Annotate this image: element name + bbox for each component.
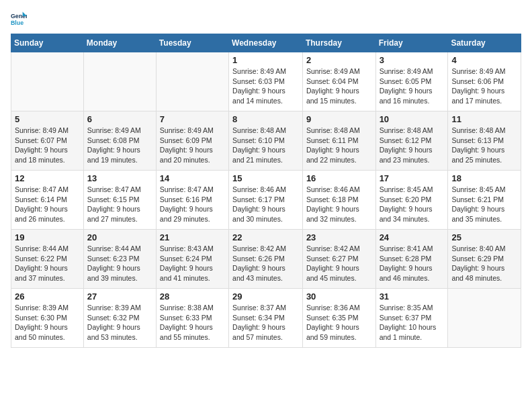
day-number: 17	[380, 173, 445, 183]
day-info: Sunrise: 8:47 AMSunset: 6:15 PMDaylight:…	[87, 185, 152, 224]
calendar-cell: 6Sunrise: 8:49 AMSunset: 6:08 PMDaylight…	[83, 111, 156, 171]
day-number: 27	[87, 291, 152, 302]
day-number: 6	[87, 114, 152, 124]
calendar-cell: 25Sunrise: 8:40 AMSunset: 6:29 PMDayligh…	[448, 230, 521, 289]
day-number: 7	[160, 114, 225, 124]
day-info: Sunrise: 8:38 AMSunset: 6:33 PMDaylight:…	[160, 303, 225, 342]
day-info: Sunrise: 8:37 AMSunset: 6:34 PMDaylight:…	[232, 303, 299, 342]
calendar-cell: 16Sunrise: 8:46 AMSunset: 6:18 PMDayligh…	[302, 171, 375, 230]
calendar-week-row: 12Sunrise: 8:47 AMSunset: 6:14 PMDayligh…	[11, 171, 521, 230]
calendar-cell: 27Sunrise: 8:39 AMSunset: 6:32 PMDayligh…	[83, 289, 156, 348]
calendar-cell: 15Sunrise: 8:46 AMSunset: 6:17 PMDayligh…	[229, 171, 303, 230]
calendar-week-row: 1Sunrise: 8:49 AMSunset: 6:03 PMDaylight…	[11, 52, 521, 111]
calendar-cell: 26Sunrise: 8:39 AMSunset: 6:30 PMDayligh…	[11, 289, 84, 348]
calendar-cell: 21Sunrise: 8:43 AMSunset: 6:24 PMDayligh…	[156, 230, 228, 289]
calendar-cell: 17Sunrise: 8:45 AMSunset: 6:20 PMDayligh…	[375, 171, 448, 230]
day-number: 18	[451, 173, 517, 183]
calendar-cell: 12Sunrise: 8:47 AMSunset: 6:14 PMDayligh…	[11, 171, 84, 230]
calendar-cell: 9Sunrise: 8:48 AMSunset: 6:11 PMDaylight…	[302, 111, 375, 171]
calendar-cell: 29Sunrise: 8:37 AMSunset: 6:34 PMDayligh…	[229, 289, 303, 348]
day-info: Sunrise: 8:49 AMSunset: 6:04 PMDaylight:…	[306, 66, 372, 106]
day-info: Sunrise: 8:47 AMSunset: 6:16 PMDaylight:…	[160, 185, 225, 224]
calendar-cell: 2Sunrise: 8:49 AMSunset: 6:04 PMDaylight…	[302, 52, 375, 111]
calendar-week-row: 19Sunrise: 8:44 AMSunset: 6:22 PMDayligh…	[11, 230, 521, 289]
calendar-cell	[83, 52, 156, 111]
calendar-cell: 23Sunrise: 8:42 AMSunset: 6:27 PMDayligh…	[302, 230, 375, 289]
weekday-header-monday: Monday	[83, 34, 156, 52]
calendar-cell: 19Sunrise: 8:44 AMSunset: 6:22 PMDayligh…	[11, 230, 84, 289]
day-number: 28	[160, 291, 225, 302]
day-info: Sunrise: 8:44 AMSunset: 6:23 PMDaylight:…	[87, 244, 152, 283]
calendar-cell: 14Sunrise: 8:47 AMSunset: 6:16 PMDayligh…	[156, 171, 228, 230]
day-info: Sunrise: 8:48 AMSunset: 6:13 PMDaylight:…	[451, 126, 517, 165]
calendar-cell: 24Sunrise: 8:41 AMSunset: 6:28 PMDayligh…	[375, 230, 448, 289]
day-info: Sunrise: 8:48 AMSunset: 6:11 PMDaylight:…	[306, 126, 372, 165]
day-info: Sunrise: 8:43 AMSunset: 6:24 PMDaylight:…	[160, 244, 225, 283]
day-number: 31	[380, 291, 445, 302]
day-number: 11	[451, 114, 517, 124]
day-info: Sunrise: 8:49 AMSunset: 6:07 PMDaylight:…	[15, 126, 80, 165]
day-info: Sunrise: 8:46 AMSunset: 6:18 PMDaylight:…	[306, 185, 372, 224]
day-info: Sunrise: 8:35 AMSunset: 6:37 PMDaylight:…	[380, 303, 445, 342]
day-info: Sunrise: 8:42 AMSunset: 6:26 PMDaylight:…	[232, 244, 299, 283]
calendar-table: SundayMondayTuesdayWednesdayThursdayFrid…	[11, 34, 521, 348]
calendar-week-row: 5Sunrise: 8:49 AMSunset: 6:07 PMDaylight…	[11, 111, 521, 171]
day-info: Sunrise: 8:41 AMSunset: 6:28 PMDaylight:…	[380, 244, 445, 283]
day-info: Sunrise: 8:39 AMSunset: 6:32 PMDaylight:…	[87, 303, 152, 342]
calendar-cell: 7Sunrise: 8:49 AMSunset: 6:09 PMDaylight…	[156, 111, 228, 171]
day-number: 9	[306, 114, 372, 124]
day-info: Sunrise: 8:36 AMSunset: 6:35 PMDaylight:…	[306, 303, 372, 342]
day-number: 14	[160, 173, 225, 183]
day-number: 5	[15, 114, 80, 124]
weekday-header-tuesday: Tuesday	[156, 34, 228, 52]
day-number: 24	[380, 232, 445, 242]
calendar-cell: 22Sunrise: 8:42 AMSunset: 6:26 PMDayligh…	[229, 230, 303, 289]
weekday-header-wednesday: Wednesday	[229, 34, 303, 52]
calendar-week-row: 26Sunrise: 8:39 AMSunset: 6:30 PMDayligh…	[11, 289, 521, 348]
day-number: 3	[380, 55, 445, 65]
day-number: 20	[87, 232, 152, 242]
day-number: 16	[306, 173, 372, 183]
calendar-cell	[11, 52, 84, 111]
day-info: Sunrise: 8:45 AMSunset: 6:21 PMDaylight:…	[451, 185, 517, 224]
day-info: Sunrise: 8:49 AMSunset: 6:08 PMDaylight:…	[87, 126, 152, 165]
day-info: Sunrise: 8:42 AMSunset: 6:27 PMDaylight:…	[306, 244, 372, 283]
day-info: Sunrise: 8:46 AMSunset: 6:17 PMDaylight:…	[232, 185, 299, 224]
day-info: Sunrise: 8:49 AMSunset: 6:05 PMDaylight:…	[380, 66, 445, 106]
day-info: Sunrise: 8:39 AMSunset: 6:30 PMDaylight:…	[15, 303, 80, 342]
day-info: Sunrise: 8:49 AMSunset: 6:09 PMDaylight:…	[160, 126, 225, 165]
day-number: 29	[232, 291, 299, 302]
calendar-cell: 13Sunrise: 8:47 AMSunset: 6:15 PMDayligh…	[83, 171, 156, 230]
day-number: 19	[15, 232, 80, 242]
calendar-cell: 1Sunrise: 8:49 AMSunset: 6:03 PMDaylight…	[229, 52, 303, 111]
calendar-cell: 8Sunrise: 8:48 AMSunset: 6:10 PMDaylight…	[229, 111, 303, 171]
day-info: Sunrise: 8:49 AMSunset: 6:06 PMDaylight:…	[451, 66, 517, 106]
weekday-header-thursday: Thursday	[302, 34, 375, 52]
day-number: 25	[451, 232, 517, 242]
calendar-cell	[448, 289, 521, 348]
day-number: 30	[306, 291, 372, 302]
day-info: Sunrise: 8:44 AMSunset: 6:22 PMDaylight:…	[15, 244, 80, 283]
day-number: 21	[160, 232, 225, 242]
day-info: Sunrise: 8:48 AMSunset: 6:12 PMDaylight:…	[380, 126, 445, 165]
calendar-cell: 20Sunrise: 8:44 AMSunset: 6:23 PMDayligh…	[83, 230, 156, 289]
weekday-header-sunday: Sunday	[11, 34, 84, 52]
calendar-cell: 30Sunrise: 8:36 AMSunset: 6:35 PMDayligh…	[302, 289, 375, 348]
calendar-cell: 28Sunrise: 8:38 AMSunset: 6:33 PMDayligh…	[156, 289, 228, 348]
weekday-header-friday: Friday	[375, 34, 448, 52]
day-info: Sunrise: 8:40 AMSunset: 6:29 PMDaylight:…	[451, 244, 517, 283]
calendar-cell: 4Sunrise: 8:49 AMSunset: 6:06 PMDaylight…	[448, 52, 521, 111]
calendar-cell: 18Sunrise: 8:45 AMSunset: 6:21 PMDayligh…	[448, 171, 521, 230]
logo: General Blue	[11, 11, 30, 27]
svg-text:Blue: Blue	[11, 19, 24, 26]
day-number: 10	[380, 114, 445, 124]
day-info: Sunrise: 8:49 AMSunset: 6:03 PMDaylight:…	[232, 66, 299, 106]
day-number: 13	[87, 173, 152, 183]
day-number: 12	[15, 173, 80, 183]
calendar-cell	[156, 52, 228, 111]
calendar-cell: 31Sunrise: 8:35 AMSunset: 6:37 PMDayligh…	[375, 289, 448, 348]
calendar-cell: 11Sunrise: 8:48 AMSunset: 6:13 PMDayligh…	[448, 111, 521, 171]
day-number: 1	[232, 55, 299, 65]
day-number: 23	[306, 232, 372, 242]
day-number: 15	[232, 173, 299, 183]
